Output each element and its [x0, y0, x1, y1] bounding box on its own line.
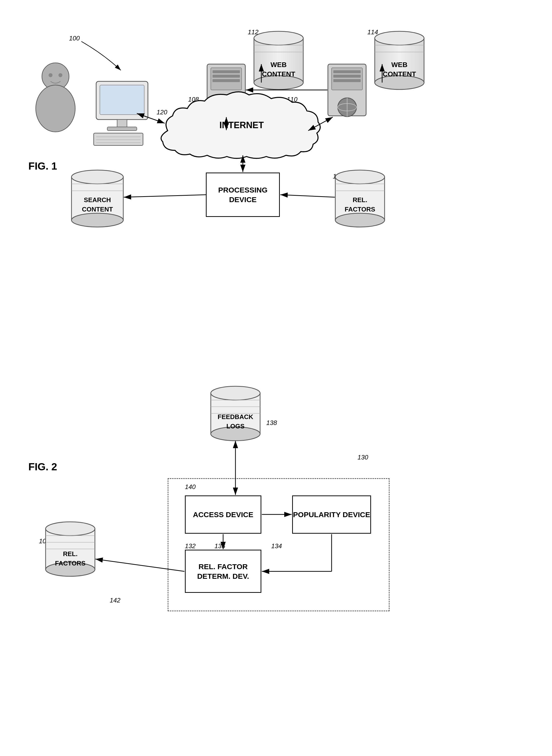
svg-text:FEEDBACK: FEEDBACK — [218, 413, 253, 421]
ref106: 106 — [333, 172, 343, 180]
svg-rect-34 — [213, 70, 240, 73]
svg-line-67 — [124, 195, 206, 197]
svg-point-45 — [338, 98, 357, 117]
svg-rect-44 — [333, 79, 361, 82]
ref114: 114 — [367, 28, 378, 36]
ref138: 138 — [266, 419, 277, 427]
svg-rect-35 — [213, 75, 240, 78]
svg-point-6 — [254, 76, 303, 90]
svg-point-12 — [375, 31, 424, 45]
svg-rect-18 — [72, 177, 123, 220]
svg-point-52 — [58, 73, 62, 77]
svg-text:FACTORS: FACTORS — [344, 205, 375, 213]
ref104: 104 — [79, 172, 89, 180]
svg-text:CONTENT: CONTENT — [82, 205, 113, 213]
svg-text:WEB: WEB — [391, 61, 407, 68]
ref118: 118 — [45, 84, 56, 92]
svg-line-63 — [308, 117, 333, 131]
svg-point-27 — [335, 213, 385, 227]
svg-rect-4 — [254, 38, 303, 83]
svg-point-46 — [338, 104, 357, 111]
svg-rect-56 — [107, 127, 137, 131]
ref130: 130 — [358, 454, 368, 461]
svg-text:FACTORS: FACTORS — [55, 560, 86, 567]
processing-device-label: PROCESSING DEVICE — [206, 185, 279, 204]
fig2-label: FIG. 2 — [28, 461, 57, 473]
ref132: 132 — [185, 542, 195, 550]
svg-point-72 — [211, 427, 260, 441]
svg-text:LOGS: LOGS — [226, 423, 245, 430]
ref140: 140 — [185, 483, 195, 491]
svg-point-80 — [45, 563, 95, 576]
svg-point-5 — [254, 31, 303, 45]
ref116: 116 — [96, 88, 107, 95]
svg-point-50 — [36, 85, 75, 132]
svg-point-79 — [45, 522, 95, 536]
svg-rect-41 — [331, 68, 363, 90]
svg-rect-78 — [45, 529, 95, 569]
svg-rect-57 — [94, 133, 143, 145]
svg-text:CONTENT: CONTENT — [262, 70, 295, 78]
ref142: 142 — [110, 597, 120, 604]
svg-rect-40 — [328, 64, 366, 116]
main-svg: WEB CONTENT WEB CONTENT SEARCH CONTENT R… — [0, 0, 552, 756]
svg-rect-25 — [335, 177, 385, 220]
diagram-container: FIG. 1 100 PROCESSING DEVICE 108 110 112… — [0, 0, 552, 756]
ref102: 102 — [206, 145, 217, 153]
svg-point-51 — [48, 73, 52, 77]
svg-text:REL.: REL. — [63, 550, 78, 558]
ref120: 120 — [157, 109, 167, 116]
svg-point-37 — [217, 98, 236, 117]
svg-point-20 — [72, 213, 123, 227]
svg-rect-11 — [375, 38, 424, 83]
svg-rect-36 — [213, 79, 240, 82]
svg-point-38 — [217, 104, 236, 111]
svg-text:SEARCH: SEARCH — [84, 196, 111, 203]
fig1-label: FIG. 1 — [28, 160, 57, 172]
svg-text:INTERNET: INTERNET — [220, 120, 264, 130]
ref100: 100 — [69, 34, 80, 42]
svg-text:REL.: REL. — [353, 196, 367, 203]
svg-rect-43 — [333, 75, 361, 78]
svg-rect-55 — [117, 120, 127, 127]
ref110: 110 — [287, 96, 297, 103]
svg-point-13 — [375, 76, 424, 90]
svg-rect-33 — [211, 68, 242, 90]
ref134: 134 — [271, 542, 282, 550]
ref106-fig2: 106 — [39, 538, 49, 545]
ref108: 108 — [188, 96, 199, 103]
svg-rect-42 — [333, 70, 361, 73]
svg-text:WEB: WEB — [270, 61, 286, 68]
svg-rect-53 — [96, 81, 148, 120]
svg-text:CONTENT: CONTENT — [383, 70, 416, 78]
svg-rect-32 — [207, 64, 245, 116]
svg-line-68 — [280, 195, 335, 197]
svg-point-71 — [211, 386, 260, 400]
ref112: 112 — [248, 28, 258, 36]
processing-device-box: PROCESSING DEVICE — [206, 172, 280, 217]
ref136: 136 — [215, 542, 225, 550]
svg-rect-70 — [211, 393, 260, 434]
